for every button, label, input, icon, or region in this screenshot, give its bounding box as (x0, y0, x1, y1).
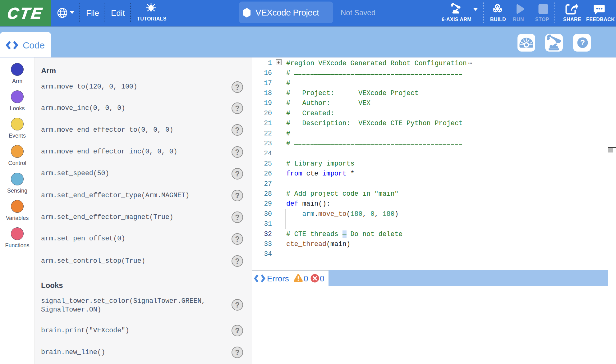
svg-text:?: ? (580, 38, 585, 47)
